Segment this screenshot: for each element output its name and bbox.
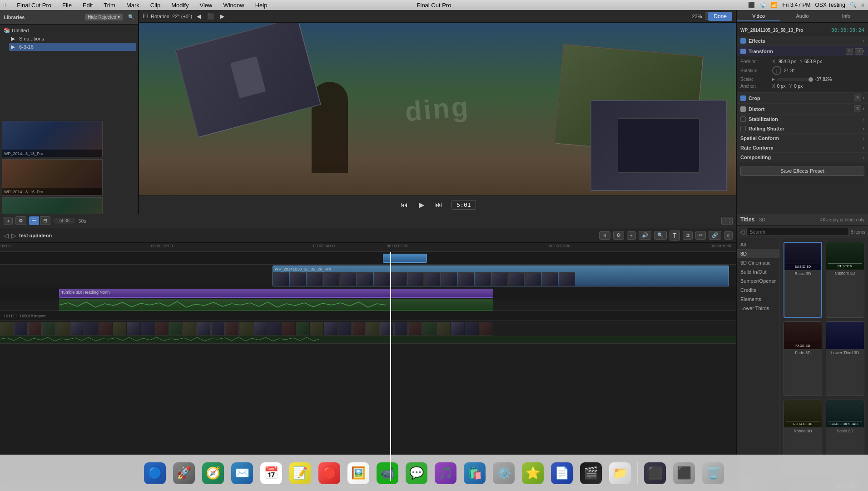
dock-item-facetime[interactable]: 📹 [374, 460, 401, 487]
search-library-icon[interactable]: 🔍 [128, 14, 134, 20]
dock-item-finalcutpro[interactable]: 🎬 [577, 460, 605, 487]
dock-item-notes[interactable]: 📝 [287, 460, 314, 487]
expand-timeline-button[interactable]: ⛶ [721, 217, 733, 225]
menu-file[interactable]: File [60, 2, 74, 9]
add-clip-button[interactable]: + [4, 217, 13, 225]
linked-selection-button[interactable]: 🔗 [709, 231, 721, 240]
titles-search-input[interactable] [746, 228, 849, 236]
done-button[interactable]: Done [708, 12, 732, 21]
title-card-fade3d[interactable]: FADE 3D Fade 3D [784, 321, 822, 396]
compositing-section-header[interactable]: Compositing › [737, 153, 868, 162]
menu-mark[interactable]: Mark [124, 2, 141, 9]
back-marker-button[interactable]: ◁ [4, 232, 9, 239]
cat-elements[interactable]: Elements [737, 295, 779, 304]
transform-reset-button[interactable]: ↺ [855, 48, 863, 55]
tab-info[interactable]: Info [824, 11, 868, 21]
dock-item-finder[interactable]: 🔵 [141, 460, 169, 487]
hide-rejected-button[interactable]: Hide Rejected ▾ [85, 14, 123, 20]
dock-item-calendar[interactable]: 📅 [258, 460, 285, 487]
jump-end-button[interactable]: ⏭ [433, 199, 444, 211]
list-view-button[interactable]: ☰ [29, 216, 39, 225]
dock-item-messages[interactable]: 💬 [403, 460, 430, 487]
tab-audio[interactable]: Audio [780, 11, 824, 21]
rolling-shutter-checkbox[interactable] [740, 126, 746, 131]
transition-icon-button[interactable]: ⧉ [683, 231, 693, 240]
cat-all[interactable]: All [737, 240, 779, 249]
titles-icon-button[interactable]: T [670, 230, 680, 240]
menu-view[interactable]: View [198, 2, 214, 9]
prev-frame-button[interactable]: ◀ [195, 11, 203, 21]
dock-item-mail[interactable]: ✉️ [228, 460, 256, 487]
anchor-x[interactable]: 0 px [777, 84, 786, 89]
cat-3d-cinematic[interactable]: 3D Cinematic [737, 258, 779, 267]
rotation-dial[interactable]: | [772, 66, 781, 75]
dock-item-photos[interactable]: 🖼️ [345, 460, 372, 487]
transform-section-header[interactable]: Transform ⧖ ↺ › [737, 46, 868, 56]
play-button[interactable]: ▶ [417, 199, 426, 211]
apple-menu[interactable]:  [4, 1, 6, 9]
blade-tool-button[interactable]: ✂ [695, 231, 706, 240]
dock-item-app2[interactable]: ⬛ [670, 460, 698, 487]
menu-clip[interactable]: Clip [149, 2, 162, 9]
scale-value[interactable]: -37.82% [815, 77, 832, 82]
next-frame-button[interactable]: ▶ [218, 11, 226, 21]
dock-item-word[interactable]: 📄 [548, 460, 575, 487]
notification-icon[interactable]: ≡ [861, 2, 864, 8]
stabilization-checkbox[interactable] [740, 116, 746, 122]
position-y[interactable]: 653.9 px [804, 59, 822, 64]
thumbnail-item-1[interactable]: WP_2014...8_13_Pro [2, 121, 136, 157]
timeline-settings-button[interactable]: ⚙ [613, 231, 624, 240]
dock-item-itunes[interactable]: 🎵 [432, 460, 459, 487]
menu-edit[interactable]: Edit [81, 2, 94, 9]
bottom-filmstrip[interactable] [0, 322, 736, 343]
menu-trim[interactable]: Trim [102, 2, 117, 9]
rate-conform-section-header[interactable]: Rate Conform › [737, 143, 868, 152]
anchor-y[interactable]: 0 px [794, 84, 803, 89]
dock-item-launchpad[interactable]: 🚀 [170, 460, 198, 487]
title-card-basic3d[interactable]: BASIC 3D Basic 3D [784, 242, 822, 318]
save-effects-preset-button[interactable]: Save Effects Preset [740, 166, 864, 176]
menu-window[interactable]: Window [221, 2, 246, 9]
scale-slider[interactable] [777, 78, 813, 81]
cat-credits[interactable]: Credits [737, 286, 779, 295]
forward-marker-button[interactable]: ▷ [11, 232, 16, 239]
tab-video[interactable]: Video [737, 11, 780, 21]
menu-finalcutpro[interactable]: Final Cut Pro [15, 2, 53, 9]
thumbnail-item-3[interactable]: WP_2014...5_40_Pro [2, 197, 136, 214]
transform-keyframe-button[interactable]: ⧖ [846, 48, 853, 55]
dock-item-reeder[interactable]: ⭐ [519, 460, 546, 487]
dock-item-systemprefs[interactable]: ⚙️ [490, 460, 517, 487]
dock-item-trash[interactable]: 🗑️ [699, 460, 727, 487]
rolling-shutter-section-header[interactable]: Rolling Shutter › [737, 124, 868, 133]
titles-back-button[interactable]: ◁ [739, 228, 744, 235]
tumble-3d-clip[interactable]: Tumble 3D: Heading North [59, 289, 493, 298]
audio-icon[interactable]: 🔊 [639, 231, 651, 240]
timeline-appearance-button[interactable]: 🎚 [599, 231, 610, 240]
effects-section-header[interactable]: Effects › [737, 36, 868, 45]
zoom-in-button[interactable]: 🔍 [654, 231, 667, 240]
distort-keyframe-button[interactable]: ⧖ [854, 105, 861, 112]
library-item-smart-collections[interactable]: ▶ Sma...tions [9, 35, 136, 43]
dock-item-safari[interactable]: 🧭 [199, 460, 227, 487]
crop-section-header[interactable]: Crop ⧖ › [737, 93, 868, 103]
title-card-lower3rd[interactable]: Lower Third 3D [826, 321, 864, 396]
cat-bumper-opener[interactable]: Bumper/Opener [737, 276, 779, 286]
position-x[interactable]: -954.8 px [777, 59, 796, 64]
rotation-value[interactable]: 21.8° [784, 68, 794, 73]
scale-expand-icon[interactable]: ▶ [772, 77, 775, 81]
add-to-timeline-button[interactable]: + [627, 231, 636, 240]
clip-appearance-button[interactable]: ⚙ [15, 216, 26, 225]
distort-section-header[interactable]: Distort ⧖ › [737, 104, 868, 114]
connected-clip-block[interactable] [383, 254, 427, 263]
cat-build-inout[interactable]: Build In/Out [737, 267, 779, 276]
title-card-custom3d[interactable]: CUSTOM Custom 3D [826, 242, 864, 318]
filmstrip-view-button[interactable]: ⊟ [40, 216, 50, 225]
fit-frame-button[interactable]: ⬛ [205, 11, 216, 21]
spatial-conform-section-header[interactable]: Spatial Conform › [737, 134, 868, 143]
dock-item-app1[interactable]: ⬛ [641, 460, 669, 487]
skimmer-button[interactable]: ◊ [724, 231, 733, 240]
library-item-untitled[interactable]: 📚 Untitled [2, 26, 136, 35]
dock-item-finder2[interactable]: 📁 [606, 460, 634, 487]
stabilization-section-header[interactable]: Stabilization › [737, 115, 868, 124]
thumbnail-item-2[interactable]: WP_2014...8_16_Pro [2, 159, 136, 195]
